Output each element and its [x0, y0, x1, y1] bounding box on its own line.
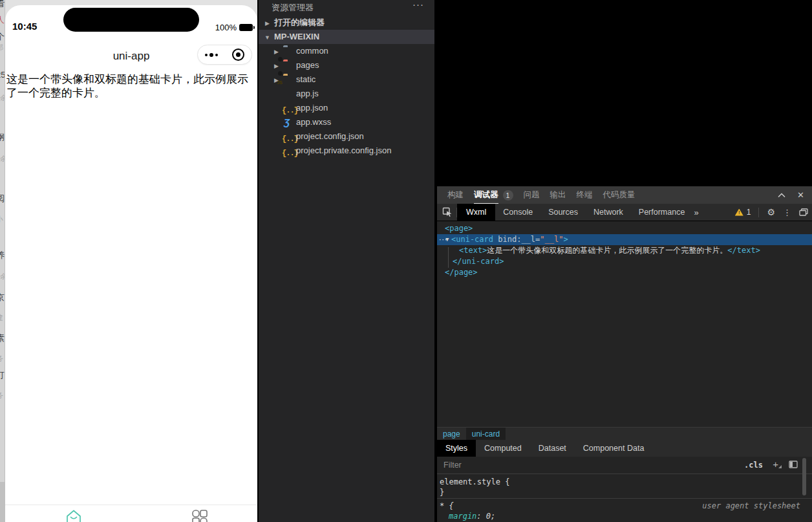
collapse-arrow-icon[interactable]: ▶	[274, 59, 279, 73]
tab-code-quality[interactable]: 代码质量	[603, 186, 636, 204]
bg-text-fragment: 养	[0, 250, 5, 261]
tab-computed[interactable]: Computed	[476, 440, 530, 457]
selector-token: * {	[440, 501, 454, 510]
tree-item-label: app.json	[296, 101, 328, 115]
battery-icon	[239, 24, 253, 31]
tag-token: </text>	[727, 246, 760, 255]
filter-input[interactable]	[443, 459, 728, 471]
tab-debugger[interactable]: 调试器	[474, 186, 498, 204]
inspect-element-icon[interactable]	[442, 207, 453, 217]
tab-build[interactable]: 构建	[447, 186, 464, 204]
dock-side-icon[interactable]	[799, 208, 808, 216]
more-tabs-icon[interactable]: »	[694, 208, 698, 217]
settings-gear-icon[interactable]: ⚙	[767, 207, 775, 217]
status-time: 10:45	[12, 21, 37, 32]
bg-text-fragment: 建	[0, 313, 5, 323]
expand-arrow-icon[interactable]: ▼	[445, 234, 449, 245]
new-style-rule-button[interactable]: +	[773, 459, 778, 470]
tree-item-label: static	[296, 72, 315, 87]
tree-item-label: project.private.config.json	[296, 144, 391, 158]
collapse-arrow-icon[interactable]: ▶	[265, 16, 270, 30]
debugger-topbar: 构建 调试器 1 问题 输出 终端 代码质量 ✕	[437, 186, 812, 204]
tree-item-project-private-config[interactable]: {..} project.private.config.json	[259, 144, 434, 158]
more-menu-icon[interactable]	[205, 53, 218, 57]
indent-guide	[448, 247, 449, 268]
expand-arrow-icon[interactable]: ▼	[264, 30, 270, 45]
wxml-node-selected[interactable]: ··· ▼ <uni-card bind:__l="__l">	[437, 234, 812, 245]
css-declaration[interactable]: margin: 0;	[449, 511, 495, 521]
debugger-badge: 1	[503, 190, 513, 201]
miniprogram-capsule[interactable]	[197, 45, 252, 65]
tab-component-data[interactable]: Component Data	[575, 440, 653, 457]
tree-item-label: app.wxss	[296, 115, 331, 129]
bg-text-fragment: 人	[0, 14, 5, 26]
text-content-token: 这是一个带头像和双标题的基础卡片，此示例展示了一个完整的卡片。	[487, 246, 727, 255]
tree-item-app-wxss[interactable]: Ʒ app.wxss	[259, 115, 434, 129]
home-tab-icon[interactable]	[65, 509, 83, 522]
tab-wxml[interactable]: Wxml	[457, 204, 495, 221]
explorer-title: 资源管理器	[272, 2, 314, 14]
divider	[437, 498, 812, 499]
wxml-node-page-close[interactable]: </page>	[445, 267, 478, 278]
tree-item-pages[interactable]: ▶ pages	[259, 58, 434, 72]
divider	[758, 208, 759, 217]
tab-console[interactable]: Console	[495, 204, 540, 221]
section-open-editors[interactable]: ▶ 打开的编辑器	[259, 16, 434, 30]
phone-simulator: 10:45 100% uni-app 这是一个带头像和双标题的基础卡片，此示例展…	[5, 5, 257, 522]
tab-styles[interactable]: Styles	[437, 440, 476, 457]
explorer-panel: 资源管理器 ··· ▶ 打开的编辑器 ▼ MP-WEIXIN ▶ common …	[259, 0, 434, 522]
section-label: MP-WEIXIN	[274, 30, 319, 44]
tree-item-app-json[interactable]: {..} app.json	[259, 101, 434, 115]
ua-rule-selector[interactable]: * {	[440, 501, 454, 511]
wxml-node-page-open[interactable]: <page>	[445, 223, 473, 234]
tab-output[interactable]: 输出	[550, 186, 566, 204]
tab-dataset[interactable]: Dataset	[530, 440, 575, 457]
wxss-file-icon: Ʒ	[284, 118, 290, 127]
toggle-sidebar-icon[interactable]	[789, 461, 798, 468]
breadcrumb-page[interactable]: page	[437, 428, 466, 440]
tree-item-project-config[interactable]: {..} project.config.json	[259, 129, 434, 144]
warnings-indicator[interactable]: 1	[735, 208, 751, 217]
wxml-node-unicard-close[interactable]: </uni-card>	[453, 256, 504, 267]
bg-text-fragment: 务	[0, 354, 5, 364]
collapse-panel-icon[interactable]	[778, 193, 785, 198]
tag-token: <text>	[459, 246, 487, 255]
bg-text-fragment: 阅	[0, 193, 5, 204]
tree-item-label: project.config.json	[296, 129, 364, 144]
warning-count: 1	[747, 208, 751, 217]
kebab-menu-icon[interactable]: ⋮	[783, 208, 791, 217]
bg-text-fragment: 京	[0, 292, 5, 303]
bg-text-fragment: 0余	[0, 93, 5, 103]
element-style-selector[interactable]: element.style {	[440, 477, 509, 487]
section-mp-weixin[interactable]: ▼ MP-WEIXIN	[259, 30, 434, 44]
bg-text-fragment: 4余	[0, 154, 5, 164]
css-property-value: 0;	[486, 512, 495, 521]
tab-sources[interactable]: Sources	[540, 204, 586, 221]
wxml-tree: <page> ··· ▼ <uni-card bind:__l="__l"> <…	[437, 221, 812, 427]
background-window-strip: 看 人 个 部 25 0余 钢 4余 阅 小 养 4余 京 建 素 务 订 务	[0, 0, 5, 522]
css-separator: :	[476, 512, 486, 521]
styles-tabbar: Styles Computed Dataset Component Data	[437, 440, 812, 457]
tab-performance[interactable]: Performance	[631, 204, 693, 221]
close-panel-icon[interactable]: ✕	[797, 190, 804, 200]
phone-tabbar	[5, 505, 257, 522]
toggle-class-button[interactable]: .cls	[744, 461, 763, 470]
bg-text-fragment: 4余	[0, 272, 5, 281]
attr-name-token: bind:__l=	[493, 235, 540, 244]
tree-item-common[interactable]: ▶ common	[259, 44, 434, 58]
tab-terminal[interactable]: 终端	[577, 186, 593, 204]
bg-text-fragment: 素	[0, 332, 5, 344]
battery-percent-label: 100%	[215, 23, 237, 32]
wxml-node-text[interactable]: <text>这是一个带头像和双标题的基础卡片，此示例展示了一个完整的卡片。</t…	[459, 245, 760, 256]
explorer-more-icon[interactable]: ···	[412, 0, 424, 10]
components-tab-icon[interactable]	[191, 509, 209, 522]
collapse-arrow-icon[interactable]: ▶	[274, 45, 279, 59]
tab-problems[interactable]: 问题	[524, 186, 540, 204]
breadcrumb-uni-card[interactable]: uni-card	[466, 428, 506, 440]
tab-network[interactable]: Network	[586, 204, 631, 221]
tree-item-app-js[interactable]: app.js	[259, 87, 434, 101]
phone-notch	[63, 8, 199, 32]
tree-item-static[interactable]: ▶ static	[259, 72, 434, 87]
bg-text-fragment: 个	[0, 31, 5, 43]
close-record-icon[interactable]	[232, 49, 244, 61]
